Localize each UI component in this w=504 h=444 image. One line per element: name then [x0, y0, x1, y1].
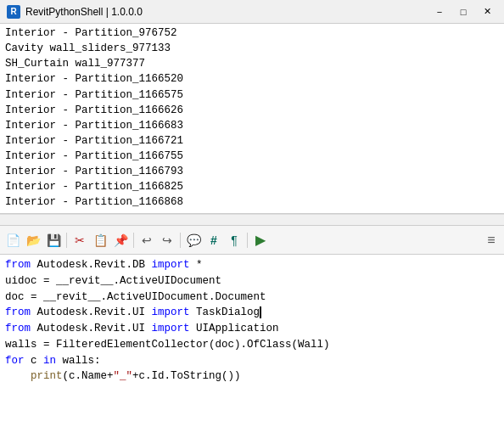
run-button[interactable]: ▶: [251, 231, 270, 250]
toolbar: 📄 📂 💾 ✂ 📋 📌 ↩ ↪ 💬 # ¶ ▶ ≡: [0, 226, 504, 255]
editor-line: walls = FilteredElementCollector(doc).Of…: [5, 337, 499, 353]
editor-line: print(c.Name+"_"+c.Id.ToString()): [5, 368, 499, 385]
redo-button[interactable]: ↪: [158, 231, 176, 250]
title-bar: R RevitPythonShell | 1.0.0.0 − □ ✕: [0, 0, 504, 24]
undo-button[interactable]: ↩: [137, 231, 156, 250]
title-text: RevitPythonShell | 1.0.0.0: [25, 6, 429, 18]
editor-line: from Autodesk.Revit.DB import *: [5, 257, 499, 273]
window-controls: − □ ✕: [429, 4, 497, 20]
editor-area[interactable]: from Autodesk.Revit.DB import *uidoc = _…: [0, 255, 504, 444]
h-scroll-track: [12, 216, 492, 223]
output-area: Interior - Partition_976752 Cavity wall_…: [0, 24, 504, 214]
para-button[interactable]: ¶: [225, 231, 244, 250]
app-icon: R: [7, 5, 20, 19]
output-content: Interior - Partition_976752 Cavity wall_…: [0, 24, 504, 214]
editor-line: for c in walls:: [5, 353, 499, 369]
h-scrollbar[interactable]: [0, 214, 504, 226]
paste-button[interactable]: 📌: [111, 231, 130, 250]
editor-line: from Autodesk.Revit.UI import TaskDialog: [5, 305, 499, 321]
editor-line: uidoc = __revit__.ActiveUIDocument: [5, 273, 499, 289]
toolbar-separator-4: [247, 233, 248, 248]
minimize-button[interactable]: −: [429, 4, 450, 20]
toolbar-separator-2: [133, 233, 134, 248]
editor-line: from Autodesk.Revit.UI import UIApplicat…: [5, 321, 499, 337]
copy-button[interactable]: 📋: [91, 231, 109, 250]
save-button[interactable]: 💾: [44, 231, 63, 250]
comment-button[interactable]: 💬: [184, 231, 203, 250]
editor-content[interactable]: from Autodesk.Revit.DB import *uidoc = _…: [0, 255, 504, 444]
close-button[interactable]: ✕: [477, 4, 497, 20]
options-button[interactable]: ≡: [482, 231, 501, 250]
editor-line: doc = __revit__.ActiveUIDocument.Documen…: [5, 289, 499, 306]
open-button[interactable]: 📂: [24, 231, 42, 250]
new-button[interactable]: 📄: [3, 231, 22, 250]
cut-button[interactable]: ✂: [70, 231, 89, 250]
hash-button[interactable]: #: [204, 231, 223, 250]
maximize-button[interactable]: □: [453, 4, 473, 20]
toolbar-separator-1: [66, 233, 67, 248]
toolbar-separator-3: [180, 233, 181, 248]
